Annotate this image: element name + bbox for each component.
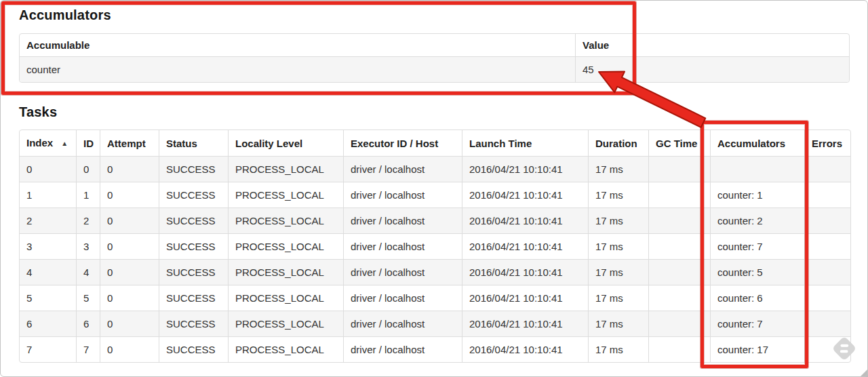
task-cell-executor-id-host: driver / localhost (343, 259, 462, 285)
task-cell-locality-level: PROCESS_LOCAL (228, 285, 343, 311)
task-cell-attempt: 0 (100, 156, 159, 182)
task-cell-launch-time: 2016/04/21 10:10:41 (462, 156, 588, 182)
column-header-gc-time[interactable]: GC Time (648, 130, 710, 156)
task-cell-attempt: 0 (100, 336, 159, 362)
task-cell-index: 1 (20, 182, 76, 207)
skitch-watermark-icon (829, 333, 860, 364)
task-cell-executor-id-host: driver / localhost (343, 336, 462, 362)
task-cell-launch-time: 2016/04/21 10:10:41 (462, 285, 588, 311)
task-cell-index: 6 (20, 311, 76, 336)
column-header-index[interactable]: Index▲ (20, 130, 76, 156)
task-cell-status: SUCCESS (159, 259, 228, 285)
task-cell-accumulators: counter: 5 (710, 259, 804, 285)
task-cell-index: 4 (20, 259, 76, 285)
task-cell-accumulators: counter: 7 (710, 311, 804, 336)
task-cell-attempt: 0 (100, 311, 159, 336)
task-cell-id: 2 (76, 207, 100, 233)
column-header-duration[interactable]: Duration (588, 130, 648, 156)
task-cell-launch-time: 2016/04/21 10:10:41 (462, 182, 588, 207)
task-cell-accumulators: counter: 7 (710, 233, 804, 259)
column-header-id[interactable]: ID (76, 130, 100, 156)
table-row: 440SUCCESSPROCESS_LOCALdriver / localhos… (20, 259, 850, 285)
task-cell-gc-time (648, 156, 710, 182)
task-cell-gc-time (648, 311, 710, 336)
task-cell-attempt: 0 (100, 182, 159, 207)
task-cell-locality-level: PROCESS_LOCAL (228, 156, 343, 182)
task-cell-accumulators: counter: 1 (710, 182, 804, 207)
task-cell-locality-level: PROCESS_LOCAL (228, 207, 343, 233)
task-cell-index: 3 (20, 233, 76, 259)
task-cell-index: 7 (20, 336, 76, 362)
task-cell-duration: 17 ms (588, 259, 648, 285)
task-cell-attempt: 0 (100, 259, 159, 285)
column-header-value: Value (575, 34, 849, 56)
task-cell-index: 0 (20, 156, 76, 182)
task-cell-executor-id-host: driver / localhost (343, 285, 462, 311)
accumulators-table-header-row: Accumulable Value (20, 34, 849, 56)
task-cell-status: SUCCESS (159, 207, 228, 233)
task-cell-duration: 17 ms (588, 207, 648, 233)
task-cell-duration: 17 ms (588, 233, 648, 259)
tasks-heading: Tasks (19, 104, 850, 120)
task-cell-status: SUCCESS (159, 233, 228, 259)
column-header-accumulators[interactable]: Accumulators (710, 130, 804, 156)
table-row: 220SUCCESSPROCESS_LOCALdriver / localhos… (20, 207, 850, 233)
task-cell-executor-id-host: driver / localhost (343, 182, 462, 207)
task-cell-gc-time (648, 336, 710, 362)
task-cell-id: 0 (76, 156, 100, 182)
table-row: 110SUCCESSPROCESS_LOCALdriver / localhos… (20, 182, 850, 207)
task-cell-errors (804, 207, 850, 233)
task-cell-duration: 17 ms (588, 311, 648, 336)
task-cell-accumulators (710, 156, 804, 182)
task-cell-locality-level: PROCESS_LOCAL (228, 311, 343, 336)
task-cell-errors (804, 182, 850, 207)
task-cell-locality-level: PROCESS_LOCAL (228, 259, 343, 285)
task-cell-accumulators: counter: 17 (710, 336, 804, 362)
table-row: counter 45 (20, 56, 849, 82)
table-row: 330SUCCESSPROCESS_LOCALdriver / localhos… (20, 233, 850, 259)
task-cell-attempt: 0 (100, 233, 159, 259)
task-cell-launch-time: 2016/04/21 10:10:41 (462, 207, 588, 233)
column-header-locality-level[interactable]: Locality Level (228, 130, 343, 156)
task-cell-duration: 17 ms (588, 156, 648, 182)
accumulators-heading: Accumulators (19, 7, 850, 23)
task-cell-duration: 17 ms (588, 336, 648, 362)
task-cell-accumulators: counter: 2 (710, 207, 804, 233)
task-cell-status: SUCCESS (159, 311, 228, 336)
task-cell-executor-id-host: driver / localhost (343, 207, 462, 233)
task-cell-id: 3 (76, 233, 100, 259)
task-cell-attempt: 0 (100, 285, 159, 311)
accumulators-table: Accumulable Value counter 45 (19, 33, 850, 83)
task-cell-executor-id-host: driver / localhost (343, 233, 462, 259)
sort-ascending-icon: ▲ (61, 140, 68, 147)
task-cell-gc-time (648, 182, 710, 207)
column-header-accumulable: Accumulable (20, 34, 575, 56)
accumulable-name-cell: counter (20, 56, 575, 82)
task-cell-status: SUCCESS (159, 285, 228, 311)
column-header-status[interactable]: Status (159, 130, 228, 156)
task-cell-errors (804, 233, 850, 259)
task-cell-index: 2 (20, 207, 76, 233)
accumulable-value-cell: 45 (575, 56, 849, 82)
task-cell-executor-id-host: driver / localhost (343, 311, 462, 336)
task-cell-locality-level: PROCESS_LOCAL (228, 233, 343, 259)
task-cell-id: 6 (76, 311, 100, 336)
task-cell-launch-time: 2016/04/21 10:10:41 (462, 259, 588, 285)
column-header-executor-id-host[interactable]: Executor ID / Host (343, 130, 462, 156)
task-cell-duration: 17 ms (588, 182, 648, 207)
tasks-table-body: 000SUCCESSPROCESS_LOCALdriver / localhos… (20, 156, 850, 362)
column-header-attempt[interactable]: Attempt (100, 130, 159, 156)
task-cell-index: 5 (20, 285, 76, 311)
column-header-errors[interactable]: Errors (804, 130, 850, 156)
column-header-launch-time[interactable]: Launch Time (462, 130, 588, 156)
task-cell-accumulators: counter: 6 (710, 285, 804, 311)
task-cell-executor-id-host: driver / localhost (343, 156, 462, 182)
task-cell-attempt: 0 (100, 207, 159, 233)
task-cell-locality-level: PROCESS_LOCAL (228, 336, 343, 362)
task-cell-status: SUCCESS (159, 156, 228, 182)
task-cell-gc-time (648, 259, 710, 285)
task-cell-launch-time: 2016/04/21 10:10:41 (462, 336, 588, 362)
table-row: 000SUCCESSPROCESS_LOCALdriver / localhos… (20, 156, 850, 182)
task-cell-gc-time (648, 207, 710, 233)
task-cell-gc-time (648, 233, 710, 259)
